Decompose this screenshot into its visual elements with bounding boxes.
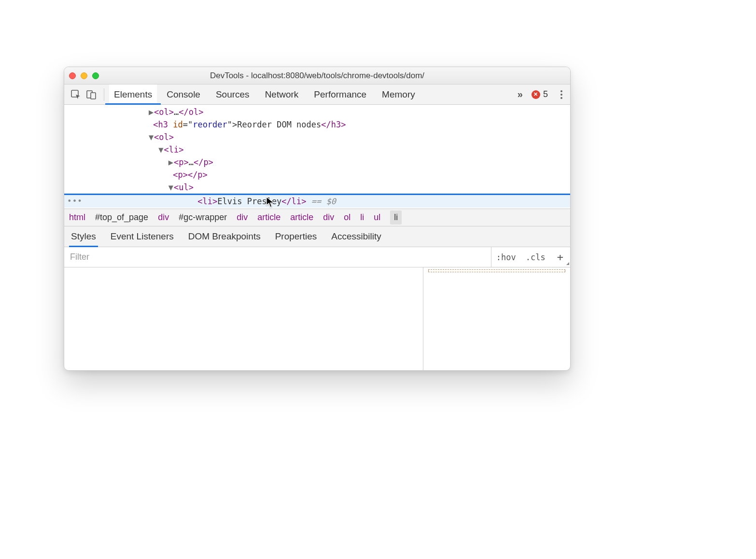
- tab-performance[interactable]: Performance: [313, 84, 367, 104]
- maximize-icon[interactable]: [92, 72, 99, 79]
- crumb-ul[interactable]: ul: [374, 212, 380, 223]
- close-icon[interactable]: [69, 72, 76, 79]
- toolbar-right: » 5: [518, 89, 566, 100]
- subtab-dom-breakpoints[interactable]: DOM Breakpoints: [188, 226, 261, 247]
- crumb-div[interactable]: div: [158, 212, 169, 223]
- crumb-top-of-page[interactable]: #top_of_page: [95, 212, 148, 223]
- dom-row-dragging[interactable]: ••• <li>Elvis Presley</li> == $0: [64, 195, 570, 208]
- error-icon: [532, 90, 540, 99]
- error-count-badge[interactable]: 5: [532, 89, 548, 99]
- crumb-li[interactable]: li: [360, 212, 364, 223]
- crumb-article2[interactable]: article: [290, 212, 313, 223]
- crumb-html[interactable]: html: [69, 212, 85, 223]
- crumb-li-selected[interactable]: li: [390, 210, 402, 224]
- dom-tree-panel[interactable]: ▶<ol>…</ol> <h3 id="reorder">Reorder DOM…: [64, 105, 570, 209]
- tab-memory[interactable]: Memory: [381, 84, 416, 104]
- crumb-ol[interactable]: ol: [344, 212, 350, 223]
- styles-rules-pane[interactable]: [64, 267, 423, 370]
- subtab-accessibility[interactable]: Accessibility: [331, 226, 381, 247]
- dom-row[interactable]: ▼<ol>: [64, 131, 570, 143]
- overflow-chevron-icon[interactable]: »: [518, 89, 523, 100]
- settings-menu-icon[interactable]: [557, 90, 566, 99]
- inspect-element-icon[interactable]: [68, 87, 84, 102]
- subtab-styles[interactable]: Styles: [71, 226, 96, 247]
- crumb-div3[interactable]: div: [323, 212, 334, 223]
- crumb-article[interactable]: article: [257, 212, 280, 223]
- box-model-margin-outline: [428, 269, 565, 272]
- styles-content: [64, 267, 570, 370]
- crumb-div2[interactable]: div: [237, 212, 248, 223]
- tab-console[interactable]: Console: [166, 84, 201, 104]
- dom-row[interactable]: <li>Tom Waits</li>: [64, 208, 570, 209]
- subtab-event-listeners[interactable]: Event Listeners: [111, 226, 174, 247]
- dom-row[interactable]: ▼<ul>: [64, 181, 570, 194]
- styles-filter-buttons: :hov .cls +: [491, 247, 570, 267]
- svg-rect-2: [91, 93, 96, 99]
- cls-toggle[interactable]: .cls: [521, 247, 550, 267]
- dom-row[interactable]: <p></p>: [64, 168, 570, 181]
- dom-row[interactable]: <h3 id="reorder">Reorder DOM nodes</h3>: [64, 118, 570, 131]
- breadcrumb: html #top_of_page div #gc-wrapper div ar…: [64, 209, 570, 226]
- new-style-rule-button[interactable]: +: [550, 247, 570, 267]
- titlebar: DevTools - localhost:8080/web/tools/chro…: [64, 67, 570, 84]
- panel-tabs: Elements Console Sources Network Perform…: [109, 84, 416, 104]
- styles-filter-input[interactable]: [64, 247, 491, 267]
- dom-row[interactable]: ▶<p>…</p>: [64, 156, 570, 168]
- subtab-properties[interactable]: Properties: [275, 226, 317, 247]
- dom-row[interactable]: ▼<li>: [64, 143, 570, 156]
- crumb-gc-wrapper[interactable]: #gc-wrapper: [179, 212, 227, 223]
- error-count: 5: [543, 89, 548, 99]
- row-actions-icon[interactable]: •••: [67, 195, 83, 208]
- traffic-lights: [69, 72, 99, 79]
- dom-row[interactable]: ▶<ol>…</ol>: [64, 106, 570, 118]
- styles-filter-row: :hov .cls +: [64, 247, 570, 267]
- styles-tabbar: Styles Event Listeners DOM Breakpoints P…: [64, 226, 570, 247]
- minimize-icon[interactable]: [81, 72, 87, 79]
- hov-toggle[interactable]: :hov: [491, 247, 521, 267]
- box provocation-model-pane[interactable]: [423, 267, 570, 370]
- tab-elements[interactable]: Elements: [109, 84, 157, 104]
- device-toolbar-icon[interactable]: [84, 87, 99, 102]
- tab-network[interactable]: Network: [264, 84, 300, 104]
- main-toolbar: Elements Console Sources Network Perform…: [64, 84, 570, 105]
- window-title: DevTools - localhost:8080/web/tools/chro…: [64, 71, 570, 81]
- tab-sources[interactable]: Sources: [215, 84, 251, 104]
- devtools-window: DevTools - localhost:8080/web/tools/chro…: [64, 67, 571, 371]
- toolbar-separator: [104, 88, 104, 101]
